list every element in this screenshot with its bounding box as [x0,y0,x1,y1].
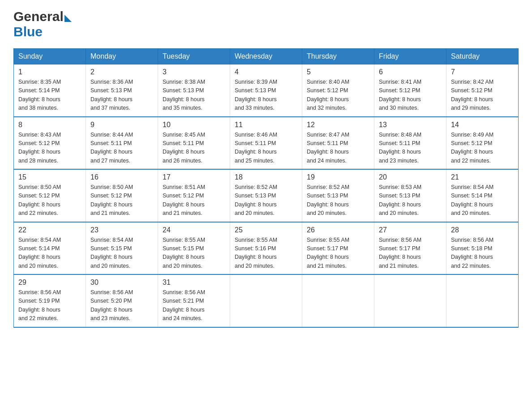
day-info: Sunrise: 8:39 AMSunset: 5:13 PMDaylight:… [235,78,297,113]
day-cell: 15 Sunrise: 8:50 AMSunset: 5:12 PMDaylig… [14,169,86,222]
day-cell [230,274,302,327]
week-row-1: 1 Sunrise: 8:35 AMSunset: 5:14 PMDayligh… [14,64,519,117]
calendar-table: SundayMondayTuesdayWednesdayThursdayFrid… [13,48,519,328]
week-row-3: 15 Sunrise: 8:50 AMSunset: 5:12 PMDaylig… [14,169,519,222]
day-info: Sunrise: 8:44 AMSunset: 5:11 PMDaylight:… [90,131,153,166]
page-header: General Blue [13,9,519,39]
day-info: Sunrise: 8:40 AMSunset: 5:12 PMDaylight:… [307,78,369,113]
day-cell: 2 Sunrise: 8:36 AMSunset: 5:13 PMDayligh… [86,64,158,117]
day-info: Sunrise: 8:48 AMSunset: 5:11 PMDaylight:… [379,131,442,166]
day-number: 30 [90,278,153,287]
day-cell: 16 Sunrise: 8:50 AMSunset: 5:12 PMDaylig… [86,169,158,222]
day-number: 16 [90,173,153,181]
day-cell: 3 Sunrise: 8:38 AMSunset: 5:13 PMDayligh… [158,64,230,117]
weekday-header-wednesday: Wednesday [230,49,302,64]
day-info: Sunrise: 8:43 AMSunset: 5:12 PMDaylight:… [18,131,81,166]
day-info: Sunrise: 8:54 AMSunset: 5:14 PMDaylight:… [451,183,514,218]
day-cell: 7 Sunrise: 8:42 AMSunset: 5:12 PMDayligh… [446,64,519,117]
day-info: Sunrise: 8:35 AMSunset: 5:14 PMDaylight:… [18,78,81,113]
day-number: 22 [18,226,81,234]
day-cell: 20 Sunrise: 8:53 AMSunset: 5:13 PMDaylig… [374,169,446,222]
day-cell: 5 Sunrise: 8:40 AMSunset: 5:12 PMDayligh… [302,64,374,117]
day-cell: 12 Sunrise: 8:47 AMSunset: 5:11 PMDaylig… [302,117,374,170]
week-row-4: 22 Sunrise: 8:54 AMSunset: 5:14 PMDaylig… [14,222,519,275]
day-number: 26 [307,226,369,234]
weekday-header-friday: Friday [374,49,446,64]
day-number: 13 [379,121,442,129]
day-number: 3 [163,68,225,76]
day-info: Sunrise: 8:45 AMSunset: 5:11 PMDaylight:… [163,131,225,166]
day-info: Sunrise: 8:54 AMSunset: 5:15 PMDaylight:… [90,236,153,271]
day-number: 11 [235,121,297,129]
day-info: Sunrise: 8:42 AMSunset: 5:12 PMDaylight:… [451,78,514,113]
day-info: Sunrise: 8:55 AMSunset: 5:17 PMDaylight:… [307,236,369,271]
day-number: 5 [307,68,369,76]
day-cell: 6 Sunrise: 8:41 AMSunset: 5:12 PMDayligh… [374,64,446,117]
day-cell: 24 Sunrise: 8:55 AMSunset: 5:15 PMDaylig… [158,222,230,275]
day-cell: 18 Sunrise: 8:52 AMSunset: 5:13 PMDaylig… [230,169,302,222]
day-number: 19 [307,173,369,181]
day-info: Sunrise: 8:56 AMSunset: 5:17 PMDaylight:… [379,236,442,271]
day-cell: 27 Sunrise: 8:56 AMSunset: 5:17 PMDaylig… [374,222,446,275]
day-info: Sunrise: 8:36 AMSunset: 5:13 PMDaylight:… [90,78,153,113]
day-info: Sunrise: 8:47 AMSunset: 5:11 PMDaylight:… [307,131,369,166]
weekday-header-tuesday: Tuesday [158,49,230,64]
day-info: Sunrise: 8:51 AMSunset: 5:12 PMDaylight:… [163,183,225,218]
day-number: 4 [235,68,297,76]
day-number: 21 [451,173,514,181]
day-number: 17 [163,173,225,181]
day-info: Sunrise: 8:55 AMSunset: 5:16 PMDaylight:… [235,236,297,271]
day-info: Sunrise: 8:55 AMSunset: 5:15 PMDaylight:… [163,236,225,271]
day-info: Sunrise: 8:56 AMSunset: 5:19 PMDaylight:… [18,288,81,323]
week-row-5: 29 Sunrise: 8:56 AMSunset: 5:19 PMDaylig… [14,274,519,327]
day-info: Sunrise: 8:56 AMSunset: 5:20 PMDaylight:… [90,288,153,323]
day-cell: 30 Sunrise: 8:56 AMSunset: 5:20 PMDaylig… [86,274,158,327]
day-cell: 13 Sunrise: 8:48 AMSunset: 5:11 PMDaylig… [374,117,446,170]
day-info: Sunrise: 8:38 AMSunset: 5:13 PMDaylight:… [163,78,225,113]
day-number: 8 [18,121,81,129]
logo-blue-text: Blue [13,24,43,39]
day-cell: 10 Sunrise: 8:45 AMSunset: 5:11 PMDaylig… [158,117,230,170]
day-cell: 28 Sunrise: 8:56 AMSunset: 5:18 PMDaylig… [446,222,519,275]
day-number: 2 [90,68,153,76]
day-number: 12 [307,121,369,129]
day-number: 6 [379,68,442,76]
day-number: 31 [163,278,225,287]
day-number: 29 [18,278,81,287]
day-cell: 31 Sunrise: 8:56 AMSunset: 5:21 PMDaylig… [158,274,230,327]
day-cell: 11 Sunrise: 8:46 AMSunset: 5:11 PMDaylig… [230,117,302,170]
day-cell [446,274,519,327]
day-number: 15 [18,173,81,181]
weekday-header-saturday: Saturday [446,49,519,64]
day-number: 23 [90,226,153,234]
day-info: Sunrise: 8:56 AMSunset: 5:21 PMDaylight:… [163,288,225,323]
day-cell: 14 Sunrise: 8:49 AMSunset: 5:12 PMDaylig… [446,117,519,170]
day-info: Sunrise: 8:54 AMSunset: 5:14 PMDaylight:… [18,236,81,271]
day-cell [374,274,446,327]
logo: General Blue [13,9,72,39]
day-number: 27 [379,226,442,234]
calendar-body: 1 Sunrise: 8:35 AMSunset: 5:14 PMDayligh… [14,64,519,327]
day-info: Sunrise: 8:50 AMSunset: 5:12 PMDaylight:… [18,183,81,218]
day-cell: 22 Sunrise: 8:54 AMSunset: 5:14 PMDaylig… [14,222,86,275]
week-row-2: 8 Sunrise: 8:43 AMSunset: 5:12 PMDayligh… [14,117,519,170]
day-number: 25 [235,226,297,234]
day-number: 14 [451,121,514,129]
logo-general-text: General [13,9,64,24]
day-number: 18 [235,173,297,181]
day-number: 20 [379,173,442,181]
day-cell: 19 Sunrise: 8:52 AMSunset: 5:13 PMDaylig… [302,169,374,222]
day-info: Sunrise: 8:52 AMSunset: 5:13 PMDaylight:… [235,183,297,218]
weekday-header-monday: Monday [86,49,158,64]
day-number: 7 [451,68,514,76]
day-info: Sunrise: 8:41 AMSunset: 5:12 PMDaylight:… [379,78,442,113]
logo-triangle-icon [64,15,72,22]
day-cell: 8 Sunrise: 8:43 AMSunset: 5:12 PMDayligh… [14,117,86,170]
day-number: 10 [163,121,225,129]
weekday-header-row: SundayMondayTuesdayWednesdayThursdayFrid… [14,49,519,64]
day-cell: 9 Sunrise: 8:44 AMSunset: 5:11 PMDayligh… [86,117,158,170]
day-info: Sunrise: 8:50 AMSunset: 5:12 PMDaylight:… [90,183,153,218]
day-number: 1 [18,68,81,76]
weekday-header-thursday: Thursday [302,49,374,64]
day-info: Sunrise: 8:56 AMSunset: 5:18 PMDaylight:… [451,236,514,271]
